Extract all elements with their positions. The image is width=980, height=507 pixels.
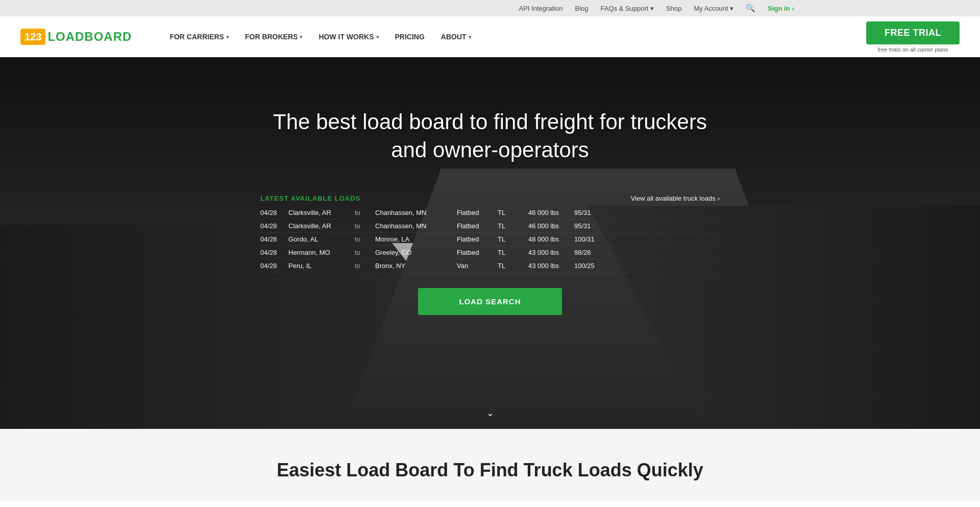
logo-123: 123 [20,29,45,45]
search-icon[interactable]: 🔍 [746,4,755,13]
logo[interactable]: 123 LOADBOARD [20,29,132,45]
nav-for-brokers[interactable]: FOR BROKERS ▾ [238,16,309,57]
blog-link[interactable]: Blog [575,5,589,12]
signin-link[interactable]: Sign in › [768,5,794,12]
chevron-down-icon: ▾ [376,34,379,40]
view-all-loads-link[interactable]: View all available truck loads › [631,195,720,202]
nav-links: FOR CARRIERS ▾ FOR BROKERS ▾ HOW IT WORK… [162,16,866,57]
hero-title: The best load board to find freight for … [273,108,707,164]
nav-about[interactable]: ABOUT ▾ [434,16,478,57]
faqs-support-link[interactable]: FAQs & Support ▾ [601,5,654,12]
chevron-down-icon: ▾ [300,34,302,40]
shop-link[interactable]: Shop [666,5,681,12]
loads-header: LATEST AVAILABLE LOADS View all availabl… [260,195,720,202]
logo-text: LOADBOARD [47,30,132,44]
nav-pricing[interactable]: PRICING [388,16,432,57]
table-row[interactable]: 04/28 Gordo, AL to Monroe, LA Flatbed TL… [260,233,720,246]
table-row[interactable]: 04/28 Clarksville, AR to Chanhassen, MN … [260,220,720,233]
bottom-title: Easiest Load Board To Find Truck Loads Q… [20,460,960,481]
load-search-button[interactable]: LOAD SEARCH [418,288,561,315]
free-trial-subtitle: free trials on all carrier plans [877,46,948,53]
scroll-down-indicator[interactable]: ⌄ [486,407,494,419]
loads-section: LATEST AVAILABLE LOADS View all availabl… [260,195,720,273]
table-row[interactable]: 04/28 Clarksville, AR to Chanhassen, MN … [260,206,720,220]
hero-section: The best load board to find freight for … [0,57,980,429]
nav-cta: FREE TRIAL free trials on all carrier pl… [866,21,960,53]
nav-how-it-works[interactable]: HOW IT WORKS ▾ [311,16,385,57]
top-bar: API Integration Blog FAQs & Support ▾ Sh… [0,0,980,16]
main-nav: 123 LOADBOARD FOR CARRIERS ▾ FOR BROKERS… [0,16,980,57]
my-account-link[interactable]: My Account ▾ [694,5,733,12]
free-trial-button[interactable]: FREE TRIAL [866,21,960,44]
loads-label: LATEST AVAILABLE LOADS [260,195,360,202]
table-row[interactable]: 04/28 Peru, IL to Bronx, NY Van TL 43 00… [260,259,720,273]
bottom-section: Easiest Load Board To Find Truck Loads Q… [0,429,980,501]
table-row[interactable]: 04/28 Hermann, MO to Greeley, CO Flatbed… [260,246,720,259]
api-integration-link[interactable]: API Integration [519,5,563,12]
chevron-down-icon: ▾ [226,34,229,40]
nav-for-carriers[interactable]: FOR CARRIERS ▾ [162,16,236,57]
chevron-down-icon: ▾ [469,34,471,40]
loads-table: 04/28 Clarksville, AR to Chanhassen, MN … [260,206,720,273]
